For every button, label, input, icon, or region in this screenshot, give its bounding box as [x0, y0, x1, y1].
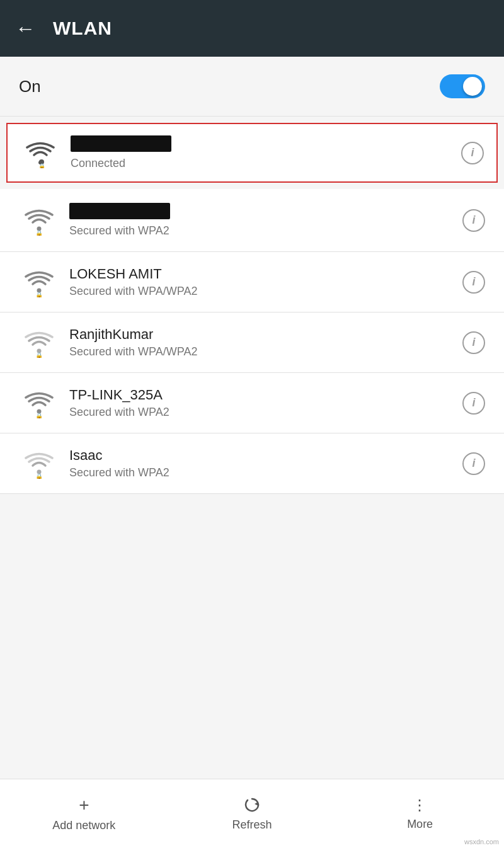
network-info-button[interactable]: i — [462, 392, 485, 415]
wifi-signal-icon: 🔒 — [24, 328, 54, 358]
page-title: WLAN — [53, 18, 112, 39]
wifi-icon-container: 🔒 — [19, 205, 59, 236]
wifi-icon-container: 🔒 — [19, 328, 59, 358]
network-name: LOKESH AMIT — [69, 266, 462, 282]
svg-text:🔒: 🔒 — [35, 352, 43, 358]
network-name: RanjithKumar — [69, 326, 462, 343]
connected-network-name-redacted — [71, 135, 171, 152]
refresh-label: Refresh — [232, 818, 272, 832]
refresh-icon — [243, 796, 261, 815]
network-name-redacted — [69, 203, 170, 219]
wifi-icon-container: 🔒 — [19, 267, 59, 297]
svg-text:🔒: 🔒 — [38, 163, 46, 168]
watermark: wsxdn.com — [464, 838, 499, 845]
network-info-button[interactable]: i — [462, 209, 485, 232]
network-item[interactable]: 🔒 LOKESH AMIT Secured with WPA/WPA2 i — [0, 252, 504, 312]
wlan-on-label: On — [19, 77, 41, 96]
network-info: LOKESH AMIT Secured with WPA/WPA2 — [69, 266, 462, 298]
network-status: Secured with WPA2 — [69, 406, 462, 419]
more-icon: ⋮ — [412, 796, 428, 814]
add-network-label: Add network — [52, 819, 115, 832]
network-list: 🔒 Connected i 🔒 Secured with WPA2 i — [0, 117, 504, 779]
wlan-toggle-row: On — [0, 57, 504, 117]
network-info: Secured with WPA2 — [69, 203, 462, 238]
toggle-thumb — [463, 77, 482, 96]
wifi-signal-icon: 🔒 — [24, 449, 54, 479]
network-info: Isaac Secured with WPA2 — [69, 447, 462, 479]
network-name: Isaac — [69, 447, 462, 464]
network-item[interactable]: 🔒 Isaac Secured with WPA2 i — [0, 433, 504, 494]
wlan-toggle-switch[interactable] — [440, 74, 485, 98]
wifi-icon-container: 🔒 — [19, 449, 59, 479]
connected-network-info: Connected — [71, 135, 461, 170]
toggle-track — [440, 74, 485, 98]
more-button[interactable]: ⋮ More — [382, 796, 458, 831]
wifi-signal-icon: 🔒 — [24, 205, 54, 236]
network-info: TP-LINK_325A Secured with WPA2 — [69, 387, 462, 419]
connected-network-item[interactable]: 🔒 Connected i — [6, 123, 498, 183]
network-status: Secured with WPA2 — [69, 224, 462, 238]
network-info-button[interactable]: i — [462, 452, 485, 475]
network-item[interactable]: 🔒 RanjithKumar Secured with WPA/WPA2 i — [0, 312, 504, 373]
wifi-signal-icon: 🔒 — [25, 138, 55, 168]
network-info-button[interactable]: i — [462, 271, 485, 294]
wifi-icon-container: 🔒 — [20, 138, 60, 168]
header: ← WLAN — [0, 0, 504, 57]
more-label: More — [407, 818, 433, 831]
add-network-button[interactable]: + Add network — [46, 795, 122, 832]
connected-network-info-button[interactable]: i — [461, 142, 484, 164]
refresh-button[interactable]: Refresh — [214, 796, 290, 832]
network-status: Secured with WPA2 — [69, 466, 462, 479]
wifi-icon-container: 🔒 — [19, 388, 59, 418]
network-info-button[interactable]: i — [462, 331, 485, 354]
connected-network-status: Connected — [71, 157, 461, 170]
bottom-bar: + Add network Refresh ⋮ More — [0, 779, 504, 848]
back-button[interactable]: ← — [15, 17, 35, 40]
network-item[interactable]: 🔒 TP-LINK_325A Secured with WPA2 i — [0, 373, 504, 433]
svg-text:🔒: 🔒 — [35, 412, 43, 418]
svg-text:🔒: 🔒 — [35, 473, 43, 479]
wifi-signal-icon: 🔒 — [24, 388, 54, 418]
svg-text:🔒: 🔒 — [35, 291, 43, 297]
wifi-signal-icon: 🔒 — [24, 267, 54, 297]
network-info: RanjithKumar Secured with WPA/WPA2 — [69, 326, 462, 358]
add-network-icon: + — [79, 795, 89, 815]
svg-text:🔒: 🔒 — [35, 229, 43, 236]
network-name: TP-LINK_325A — [69, 387, 462, 403]
network-status: Secured with WPA/WPA2 — [69, 285, 462, 298]
network-status: Secured with WPA/WPA2 — [69, 345, 462, 358]
network-item[interactable]: 🔒 Secured with WPA2 i — [0, 189, 504, 252]
svg-marker-12 — [255, 802, 258, 806]
